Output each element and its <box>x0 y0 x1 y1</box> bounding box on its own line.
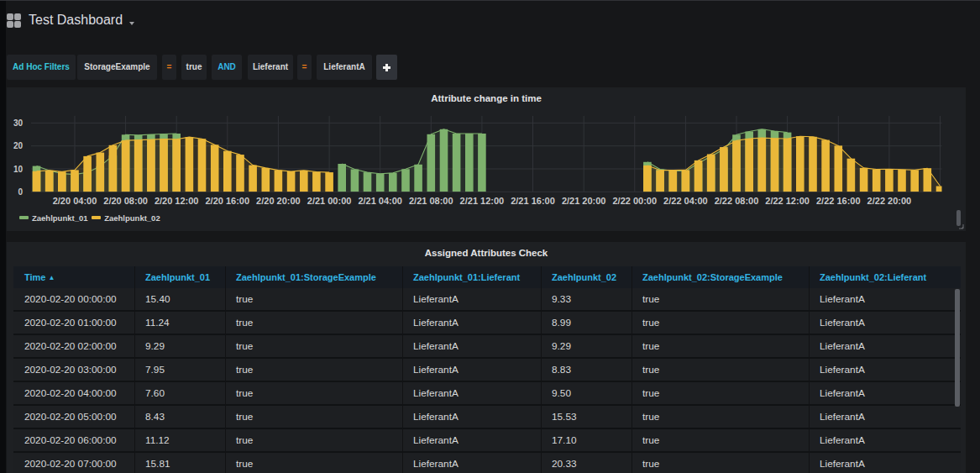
svg-text:2/21 08:00: 2/21 08:00 <box>409 196 453 206</box>
svg-text:2/22 16:00: 2/22 16:00 <box>816 196 861 206</box>
svg-text:2/20 20:00: 2/20 20:00 <box>256 196 301 206</box>
svg-text:2/22 00:00: 2/22 00:00 <box>612 196 657 206</box>
svg-text:2/21 16:00: 2/21 16:00 <box>511 196 555 206</box>
svg-text:0: 0 <box>18 187 23 197</box>
svg-text:2/20 16:00: 2/20 16:00 <box>205 196 249 206</box>
svg-text:2/20 04:00: 2/20 04:00 <box>53 196 97 206</box>
svg-text:2/22 08:00: 2/22 08:00 <box>715 196 759 206</box>
svg-text:2/22 20:00: 2/22 20:00 <box>867 196 912 206</box>
svg-text:2/21 20:00: 2/21 20:00 <box>562 196 606 206</box>
svg-text:2/21 00:00: 2/21 00:00 <box>307 196 352 206</box>
svg-text:20: 20 <box>13 141 24 150</box>
svg-text:2/21 04:00: 2/21 04:00 <box>358 196 402 206</box>
svg-text:2/20 12:00: 2/20 12:00 <box>155 196 199 206</box>
svg-text:2/21 12:00: 2/21 12:00 <box>460 196 505 206</box>
svg-text:2/22 04:00: 2/22 04:00 <box>663 196 708 206</box>
svg-text:2/20 08:00: 2/20 08:00 <box>103 196 148 206</box>
svg-text:2/22 12:00: 2/22 12:00 <box>765 196 810 206</box>
svg-text:10: 10 <box>13 165 24 174</box>
svg-text:30: 30 <box>13 118 24 128</box>
